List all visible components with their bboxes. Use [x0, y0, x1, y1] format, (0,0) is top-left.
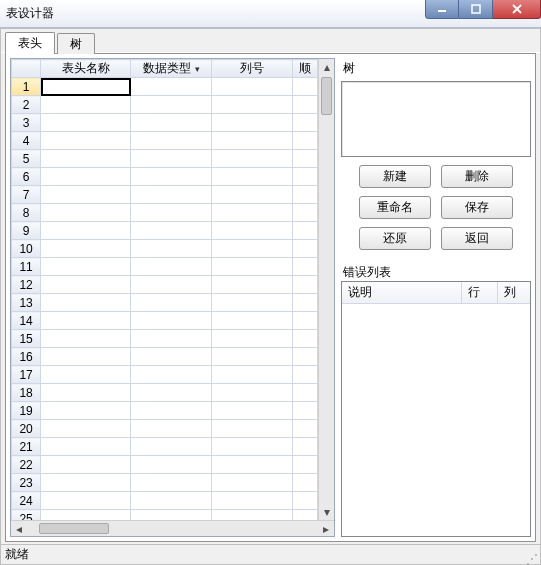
table-row[interactable]: 23: [12, 474, 318, 492]
table-row[interactable]: 25: [12, 510, 318, 521]
maximize-button[interactable]: [459, 0, 493, 19]
table-row[interactable]: 15: [12, 330, 318, 348]
grid-cell[interactable]: [41, 78, 131, 96]
grid-cell[interactable]: [293, 474, 318, 492]
row-header[interactable]: 10: [12, 240, 41, 258]
grid-cell[interactable]: [41, 438, 131, 456]
scroll-thumb-h[interactable]: [39, 523, 109, 534]
grid-cell[interactable]: [212, 186, 293, 204]
row-header[interactable]: 3: [12, 114, 41, 132]
grid-cell[interactable]: [293, 204, 318, 222]
grid-cell[interactable]: [131, 258, 212, 276]
grid-cell[interactable]: [131, 96, 212, 114]
grid-viewport[interactable]: 表头名称 数据类型 列号 顺 1234567891011121314151617…: [11, 59, 318, 520]
grid-cell[interactable]: [41, 96, 131, 114]
grid-cell[interactable]: [41, 402, 131, 420]
grid-cell[interactable]: [293, 492, 318, 510]
grid-cell[interactable]: [212, 276, 293, 294]
grid-cell[interactable]: [212, 312, 293, 330]
grid-cell[interactable]: [212, 492, 293, 510]
grid-cell[interactable]: [293, 384, 318, 402]
error-col-desc[interactable]: 说明: [342, 282, 462, 303]
grid-cell[interactable]: [293, 132, 318, 150]
error-listview[interactable]: 说明 行 列: [341, 281, 531, 537]
grid-cell[interactable]: [293, 294, 318, 312]
grid-cell[interactable]: [212, 168, 293, 186]
table-row[interactable]: 17: [12, 366, 318, 384]
row-header[interactable]: 7: [12, 186, 41, 204]
save-button[interactable]: 保存: [441, 196, 513, 219]
grid-cell[interactable]: [212, 78, 293, 96]
grid-cell[interactable]: [41, 204, 131, 222]
grid-cell[interactable]: [212, 366, 293, 384]
grid-cell[interactable]: [293, 168, 318, 186]
scroll-down-icon[interactable]: ▾: [319, 504, 335, 520]
table-row[interactable]: 9: [12, 222, 318, 240]
grid-cell[interactable]: [131, 276, 212, 294]
row-header[interactable]: 15: [12, 330, 41, 348]
grid-header-last[interactable]: 顺: [293, 60, 318, 78]
grid-cell[interactable]: [212, 456, 293, 474]
grid-cell[interactable]: [293, 96, 318, 114]
grid-header-corner[interactable]: [12, 60, 41, 78]
grid-cell[interactable]: [293, 456, 318, 474]
scroll-thumb-v[interactable]: [321, 77, 332, 115]
grid-cell[interactable]: [293, 114, 318, 132]
grid-cell[interactable]: [293, 150, 318, 168]
table-row[interactable]: 8: [12, 204, 318, 222]
grid-cell[interactable]: [131, 222, 212, 240]
grid-cell[interactable]: [41, 348, 131, 366]
row-header[interactable]: 11: [12, 258, 41, 276]
row-header[interactable]: 6: [12, 168, 41, 186]
grid-cell[interactable]: [293, 510, 318, 521]
grid-cell[interactable]: [212, 96, 293, 114]
tab-tree[interactable]: 树: [57, 33, 95, 54]
grid-cell[interactable]: [41, 312, 131, 330]
grid-cell[interactable]: [131, 132, 212, 150]
grid-cell[interactable]: [131, 312, 212, 330]
grid-cell[interactable]: [293, 276, 318, 294]
table-row[interactable]: 2: [12, 96, 318, 114]
table-row[interactable]: 14: [12, 312, 318, 330]
row-header[interactable]: 8: [12, 204, 41, 222]
grid-cell[interactable]: [293, 312, 318, 330]
grid-cell[interactable]: [41, 492, 131, 510]
table-row[interactable]: 12: [12, 276, 318, 294]
grid-cell[interactable]: [212, 348, 293, 366]
grid-cell[interactable]: [41, 168, 131, 186]
grid-cell[interactable]: [41, 276, 131, 294]
grid-cell[interactable]: [131, 294, 212, 312]
grid-scrollbar-vertical[interactable]: ▴ ▾: [318, 59, 334, 520]
row-header[interactable]: 14: [12, 312, 41, 330]
grid-cell[interactable]: [41, 330, 131, 348]
resize-grip-icon[interactable]: ⋰: [526, 554, 536, 564]
grid-cell[interactable]: [41, 456, 131, 474]
grid-header-colno[interactable]: 列号: [212, 60, 293, 78]
grid-cell[interactable]: [293, 420, 318, 438]
grid-cell[interactable]: [212, 114, 293, 132]
row-header[interactable]: 13: [12, 294, 41, 312]
grid-cell[interactable]: [293, 366, 318, 384]
table-row[interactable]: 13: [12, 294, 318, 312]
grid-cell[interactable]: [293, 258, 318, 276]
table-row[interactable]: 18: [12, 384, 318, 402]
grid-cell[interactable]: [131, 456, 212, 474]
table-row[interactable]: 6: [12, 168, 318, 186]
scroll-left-icon[interactable]: ◂: [11, 521, 27, 537]
row-header[interactable]: 23: [12, 474, 41, 492]
table-row[interactable]: 24: [12, 492, 318, 510]
grid-cell[interactable]: [131, 186, 212, 204]
grid-cell[interactable]: [293, 348, 318, 366]
row-header[interactable]: 9: [12, 222, 41, 240]
grid-cell[interactable]: [212, 132, 293, 150]
table-row[interactable]: 11: [12, 258, 318, 276]
grid-cell[interactable]: [293, 78, 318, 96]
table-row[interactable]: 5: [12, 150, 318, 168]
grid-cell[interactable]: [41, 384, 131, 402]
grid-cell[interactable]: [212, 294, 293, 312]
table-row[interactable]: 19: [12, 402, 318, 420]
minimize-button[interactable]: [425, 0, 459, 19]
grid-cell[interactable]: [131, 366, 212, 384]
tree-listbox[interactable]: [341, 81, 531, 157]
grid-cell[interactable]: [212, 402, 293, 420]
